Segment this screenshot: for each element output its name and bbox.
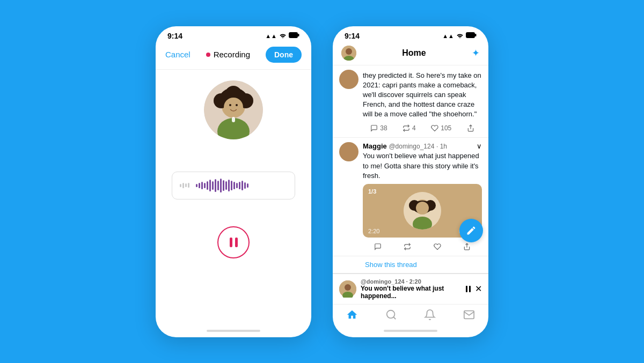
tweet-2-like[interactable] <box>434 243 441 250</box>
audio-bar-meta: @domingo_124 · 2:20 <box>361 278 462 285</box>
pause-icon <box>230 238 238 247</box>
compose-button[interactable] <box>459 219 483 242</box>
tweet-1-comment[interactable]: 38 <box>370 124 387 132</box>
tweet-2-actions <box>363 240 482 251</box>
tweet-2-author: Maggie <box>363 142 387 150</box>
record-header: Cancel Recording Done <box>156 42 311 70</box>
battery-icon-left <box>289 32 299 39</box>
svg-rect-0 <box>289 33 298 38</box>
tweet-1-content: they predicted it. So here's my take on … <box>363 70 482 134</box>
header-avatar <box>341 46 356 61</box>
battery-icon-right <box>466 32 477 39</box>
cancel-button[interactable]: Cancel <box>165 50 191 59</box>
twitter-feed: they predicted it. So here's my take on … <box>333 65 488 273</box>
tweet-2-comment[interactable] <box>374 243 382 250</box>
signal-icon-left: ▲▲ <box>265 33 277 39</box>
svg-point-30 <box>387 310 395 318</box>
left-phone: 9:14 ▲▲ Cancel Recording Done <box>156 26 311 337</box>
tweet-1-avatar <box>339 70 358 89</box>
home-indicator-left <box>207 330 260 332</box>
voice-card-counter: 1/3 <box>368 188 376 195</box>
tweet-1-like[interactable]: 105 <box>431 124 451 132</box>
nav-home-icon[interactable] <box>346 309 358 323</box>
waveform-container <box>172 172 295 199</box>
compose-icon <box>466 225 477 236</box>
done-button[interactable]: Done <box>266 47 302 63</box>
svg-rect-14 <box>475 34 477 36</box>
recording-label: Recording <box>206 50 250 59</box>
svg-point-9 <box>224 98 243 117</box>
wifi-icon-left <box>279 33 287 39</box>
user-avatar-recording <box>204 80 263 139</box>
tweet-2-meta: Maggie @domingo_124 · 1h ∨ <box>363 142 482 150</box>
audio-pause-button[interactable] <box>466 286 471 292</box>
audio-player-bar: @domingo_124 · 2:20 You won't believe wh… <box>333 273 488 304</box>
recording-text: Recording <box>214 50 250 59</box>
waveform-bars <box>196 179 248 192</box>
svg-line-31 <box>393 317 396 319</box>
svg-point-28 <box>345 284 351 291</box>
pause-button[interactable] <box>217 226 250 258</box>
status-icons-right: ▲▲ <box>442 32 477 39</box>
record-body <box>156 70 311 325</box>
nav-search-icon[interactable] <box>385 309 397 323</box>
svg-rect-12 <box>232 117 235 122</box>
tweet-1-share[interactable] <box>467 124 474 132</box>
svg-point-10 <box>229 104 231 106</box>
audio-bar-text: @domingo_124 · 2:20 You won't believe wh… <box>361 278 462 300</box>
tweet-1-retweet[interactable]: 4 <box>402 124 416 132</box>
time-left: 9:14 <box>167 32 182 40</box>
audio-bar-avatar <box>339 280 356 298</box>
tweet-1-text: they predicted it. So here's my take on … <box>363 71 482 120</box>
nav-notifications-icon[interactable] <box>424 309 436 323</box>
status-bar-left: 9:14 ▲▲ <box>156 26 311 42</box>
audio-bar-preview: You won't believe what just happened... <box>361 285 462 300</box>
status-bar-right: 9:14 ▲▲ <box>333 26 488 42</box>
audio-bar-controls: ✕ <box>466 284 482 294</box>
svg-rect-1 <box>298 34 299 36</box>
tweet-1-actions: 38 4 105 <box>363 121 482 133</box>
tweet-2-more[interactable]: ∨ <box>477 142 482 150</box>
status-icons-left: ▲▲ <box>265 32 299 39</box>
wifi-icon-right <box>456 33 464 39</box>
tweet-2-share[interactable] <box>463 243 471 250</box>
voice-card-duration: 2:20 <box>368 228 379 234</box>
svg-point-16 <box>346 48 352 55</box>
wave-icon <box>180 183 189 188</box>
tweet-2-handle: @domingo_124 <box>389 143 434 150</box>
home-indicator-right <box>384 330 437 332</box>
tweet-2-retweet[interactable] <box>404 243 411 250</box>
right-phone: 9:14 ▲▲ Home ✦ they predicted it. So her… <box>333 26 488 337</box>
audio-close-button[interactable]: ✕ <box>475 284 482 294</box>
show-thread[interactable]: Show this thread <box>333 256 488 273</box>
tweet-1: they predicted it. So here's my take on … <box>333 65 488 138</box>
svg-point-24 <box>416 202 429 214</box>
time-right: 9:14 <box>345 32 360 40</box>
signal-icon-right: ▲▲ <box>442 33 454 39</box>
bottom-nav <box>333 304 488 325</box>
svg-point-11 <box>236 104 238 106</box>
tweet-2-text: You won't believe what just happened to … <box>363 151 482 181</box>
recording-dot <box>206 53 210 57</box>
voice-card-avatar <box>404 192 441 229</box>
svg-rect-13 <box>466 33 475 38</box>
nav-messages-icon[interactable] <box>463 309 475 323</box>
twitter-header: Home ✦ <box>333 42 488 65</box>
feed-title: Home <box>402 48 426 58</box>
sparkle-icon[interactable]: ✦ <box>472 47 480 59</box>
tweet-2-avatar <box>339 142 358 161</box>
